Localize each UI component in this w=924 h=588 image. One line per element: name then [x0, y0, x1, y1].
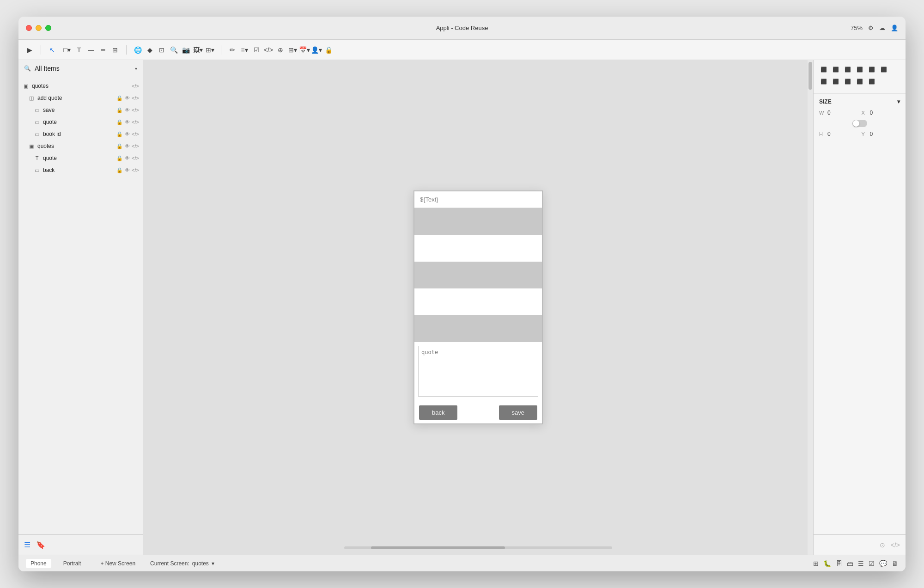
code-icon-2[interactable]: </> [132, 95, 139, 101]
align-right-icon[interactable]: ⬛ [843, 65, 852, 74]
code-icon-quote-text[interactable]: </> [132, 155, 139, 161]
edit-tool[interactable]: ✏ [227, 44, 238, 55]
x-value[interactable]: 0 [870, 110, 873, 116]
screen-status-icon[interactable]: 🖥 [892, 560, 898, 567]
text-tool[interactable]: T [73, 44, 85, 55]
user-tool[interactable]: 👤▾ [311, 44, 322, 55]
plus-circle-tool[interactable]: ⊕ [275, 44, 286, 55]
code-icon-quotes-inner[interactable]: </> [132, 143, 139, 149]
lock-icon-book-id[interactable]: 🔒 [116, 131, 123, 137]
code-icon-book-id[interactable]: </> [132, 131, 139, 137]
minimize-button[interactable] [36, 25, 42, 31]
code-icon-back[interactable]: </> [132, 167, 139, 173]
calendar-tool[interactable]: 📅▾ [299, 44, 310, 55]
distribute-h-icon[interactable]: ⬛ [819, 77, 828, 86]
check-status-icon[interactable]: ☑ [869, 560, 875, 567]
layer-item-quote-text[interactable]: T quote 🔒 👁 </> [18, 152, 143, 164]
y-value[interactable]: 0 [870, 131, 873, 137]
list-status-icon[interactable]: ☰ [858, 560, 864, 567]
grid2-tool[interactable]: ⊞▾ [287, 44, 298, 55]
constrain-proportions-toggle[interactable] [852, 120, 867, 127]
bookmark-icon[interactable]: 🔖 [36, 540, 45, 549]
eye-icon-book-id[interactable]: 👁 [125, 131, 130, 137]
vertical-scrollbar[interactable] [808, 60, 813, 555]
horizontal-scrollbar[interactable] [344, 546, 612, 549]
layer-item-book-id[interactable]: ▭ book id 🔒 👁 </> [18, 128, 143, 140]
grid-tool[interactable]: ⊞ [109, 44, 121, 55]
code-icon-save[interactable]: </> [132, 107, 139, 113]
close-button[interactable] [26, 25, 32, 31]
layer-item-quotes-inner[interactable]: ▣ quotes 🔒 👁 </> [18, 140, 143, 152]
play-button[interactable]: ▶ [24, 44, 35, 55]
status-tab-phone[interactable]: Phone [26, 559, 51, 568]
globe-tool[interactable]: 🌐 [132, 44, 143, 55]
db2-icon[interactable]: 🗃 [847, 560, 853, 567]
size-collapse-icon[interactable]: ▾ [897, 98, 900, 105]
account-icon[interactable]: 👤 [891, 24, 898, 31]
lock-icon-back[interactable]: 🔒 [116, 167, 123, 173]
photo-tool[interactable]: 🖼▾ [192, 44, 203, 55]
eye-icon-quotes-inner[interactable]: 👁 [125, 143, 130, 149]
code-panel-icon[interactable]: </> [891, 541, 900, 549]
select-tool[interactable]: ↖ [47, 44, 58, 55]
back-button[interactable]: back [419, 405, 457, 420]
align-center-v-icon[interactable]: ⬛ [867, 65, 876, 74]
list-view-icon[interactable]: ☰ [24, 540, 30, 549]
screen-tool[interactable]: ⊞▾ [204, 44, 215, 55]
circle-icon[interactable]: ⊙ [880, 541, 885, 549]
bug-icon[interactable]: 🐛 [823, 560, 831, 567]
code-tool[interactable]: </> [263, 44, 274, 55]
align-top-icon[interactable]: ⬛ [855, 65, 864, 74]
line-tool[interactable]: — [85, 44, 97, 55]
layer-item-add-quote[interactable]: ◫ add quote 🔒 👁 </> [18, 92, 143, 104]
cloud-icon[interactable]: ☁ [879, 24, 885, 31]
layer-item-back[interactable]: ▭ back 🔒 👁 </> [18, 164, 143, 176]
save-button[interactable]: save [499, 405, 537, 420]
align-justify-icon[interactable]: ⬛ [855, 77, 864, 86]
eye-icon-save[interactable]: 👁 [125, 107, 130, 113]
current-screen-value[interactable]: quotes [192, 560, 209, 567]
quote-textarea[interactable] [418, 346, 538, 397]
eye-icon-quote-text[interactable]: 👁 [125, 155, 130, 161]
grid-status-icon[interactable]: ⊞ [813, 560, 819, 567]
align-bottom-icon[interactable]: ⬛ [879, 65, 888, 74]
height-value[interactable]: 0 [827, 131, 831, 137]
maximize-button[interactable] [45, 25, 51, 31]
distribute-x-icon[interactable]: ⬛ [843, 77, 852, 86]
layer-item-save[interactable]: ▭ save 🔒 👁 </> [18, 104, 143, 116]
zoom-level[interactable]: 75% [851, 24, 863, 31]
current-screen-dropdown[interactable]: ▾ [212, 560, 214, 567]
new-screen-button[interactable]: + New Screen [100, 560, 135, 567]
chevron-down-icon[interactable]: ▾ [135, 66, 137, 71]
search-tool[interactable]: 🔍 [168, 44, 179, 55]
shield-tool[interactable]: 🔒 [323, 44, 334, 55]
code-icon[interactable]: </> [132, 83, 139, 89]
distribute-equal-icon[interactable]: ⬛ [867, 77, 876, 86]
pin-tool[interactable]: ◆ [144, 44, 155, 55]
eye-icon[interactable]: 👁 [125, 95, 130, 101]
lock-icon-quotes-inner[interactable]: 🔒 [116, 143, 123, 149]
lock-icon[interactable]: 🔒 [116, 95, 123, 101]
database-icon[interactable]: 🗄 [836, 560, 842, 567]
checkbox-tool[interactable]: ☑ [251, 44, 262, 55]
align-left-icon[interactable]: ⬛ [819, 65, 828, 74]
width-value[interactable]: 0 [827, 110, 831, 116]
lock-icon-quote[interactable]: 🔒 [116, 119, 123, 125]
speech-icon[interactable]: 💬 [879, 560, 887, 567]
rectangle-tool[interactable]: □▾ [61, 44, 73, 55]
thick-line-tool[interactable]: ━ [97, 44, 109, 55]
status-tab-portrait[interactable]: Portrait [59, 559, 86, 568]
distribute-v-icon[interactable]: ⬛ [831, 77, 840, 86]
layer-item-quotes-group[interactable]: ▣ quotes </> [18, 80, 143, 92]
lock-icon-save[interactable]: 🔒 [116, 107, 123, 113]
eye-icon-quote[interactable]: 👁 [125, 119, 130, 125]
settings-icon[interactable]: ⚙ [868, 24, 874, 31]
eye-icon-back[interactable]: 👁 [125, 167, 130, 173]
align-center-h-icon[interactable]: ⬛ [831, 65, 840, 74]
code-icon-quote[interactable]: </> [132, 119, 139, 125]
camera-tool[interactable]: 📷 [180, 44, 191, 55]
new-screen-label[interactable]: + New Screen [100, 560, 135, 567]
image-container-tool[interactable]: ⊡ [156, 44, 167, 55]
lock-icon-quote-text[interactable]: 🔒 [116, 155, 123, 161]
list-tool[interactable]: ≡▾ [239, 44, 250, 55]
